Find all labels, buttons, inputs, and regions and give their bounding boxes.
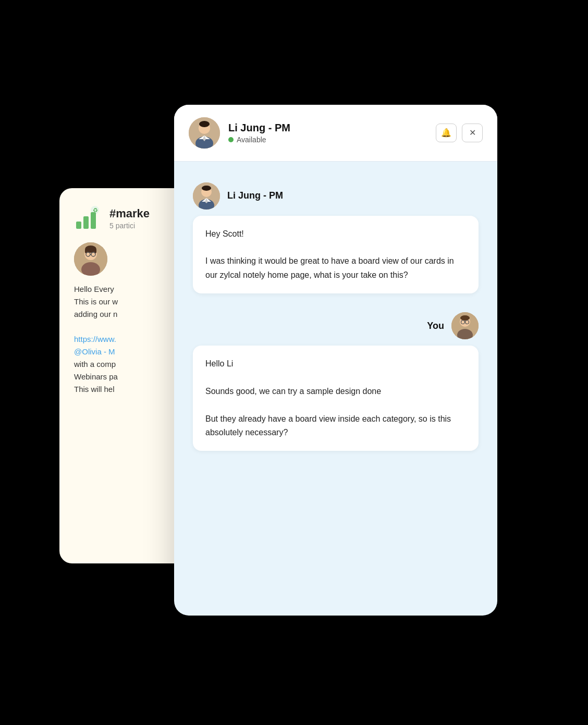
svg-point-17 [199,121,210,127]
incoming-message-bubble: Hey Scott!I was thinking it would be gre… [193,216,479,294]
dm-body: Li Jung - PM Hey Scott!I was thinking it… [174,162,497,470]
incoming-sender-row: Li Jung - PM [193,182,479,210]
svg-rect-2 [76,222,81,229]
incoming-avatar [193,182,220,210]
outgoing-message-block: You Hello LiSounds good, we can try a sa… [193,312,479,451]
notification-button[interactable]: 🔔 [436,124,457,142]
channel-participants: 5 partici [109,222,150,230]
dm-contact-avatar [189,117,220,149]
channel-info: #marke 5 partici [109,207,150,230]
outgoing-message-text: Hello LiSounds good, we can try a sample… [205,359,451,437]
outgoing-sender-row: You [427,312,479,339]
svg-rect-4 [91,212,96,229]
dm-status-text: Available [237,136,266,144]
channel-sender-avatar [74,242,107,276]
svg-point-25 [460,315,470,321]
dm-card: Li Jung - PM Available 🔔 ✕ [174,105,497,616]
svg-point-21 [202,186,211,191]
outgoing-message-bubble: Hello LiSounds good, we can try a sample… [193,346,479,451]
incoming-sender-name: Li Jung - PM [227,190,283,201]
dm-header-info: Li Jung - PM Available [228,122,427,144]
svg-rect-3 [83,216,89,229]
dm-header: Li Jung - PM Available 🔔 ✕ [174,105,497,162]
close-button[interactable]: ✕ [462,124,483,142]
status-indicator [228,137,234,142]
outgoing-avatar [451,312,479,339]
incoming-message-block: Li Jung - PM Hey Scott!I was thinking it… [193,182,479,294]
channel-icon: ♻ [74,205,101,232]
bell-icon: 🔔 [441,128,451,138]
scene: ♻ #marke 5 partici [59,63,529,662]
dm-contact-name: Li Jung - PM [228,122,427,134]
close-icon: ✕ [469,128,476,138]
dm-header-actions: 🔔 ✕ [436,124,483,142]
outgoing-sender-name: You [427,321,444,331]
dm-status-row: Available [228,136,427,144]
incoming-message-text: Hey Scott!I was thinking it would be gre… [205,229,454,279]
channel-name: #marke [109,207,150,220]
